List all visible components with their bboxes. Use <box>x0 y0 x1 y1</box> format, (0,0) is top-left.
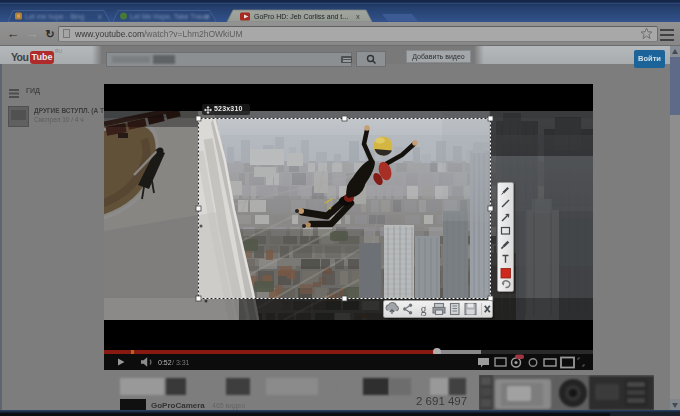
svg-text:g: g <box>421 302 427 316</box>
